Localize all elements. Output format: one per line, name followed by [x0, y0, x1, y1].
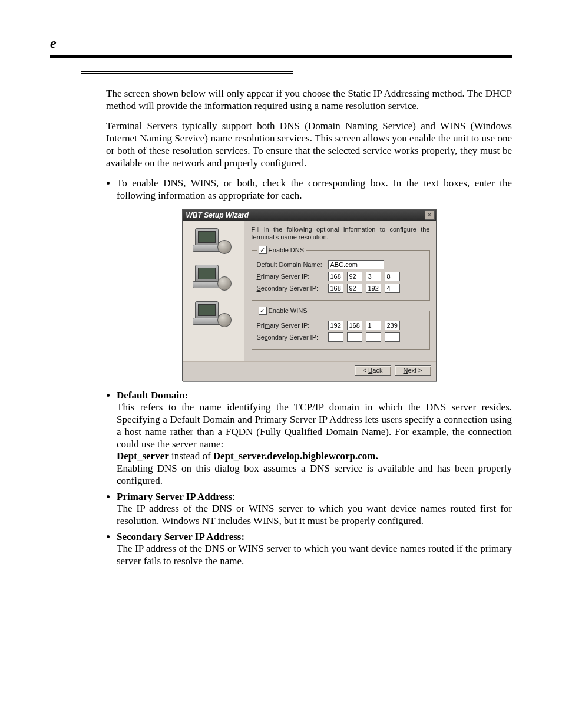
wins-primary-label: Primary Server IP:	[257, 322, 325, 330]
close-icon[interactable]: ×	[425, 210, 435, 220]
default-domain-input[interactable]	[328, 260, 384, 269]
dialog-title: WBT Setup Wizard	[186, 211, 249, 220]
rule	[50, 57, 512, 58]
wins-secondary-label: Secondary Server IP:	[257, 334, 325, 341]
computer-icon	[193, 300, 234, 330]
instruction-bullet: To enable DNS, WINS, or both, check the …	[117, 177, 512, 202]
wizard-instruction: Fill in the following optional informati…	[252, 226, 430, 241]
dns-secondary-octet[interactable]	[328, 284, 343, 293]
checkbox-icon: ✓	[259, 307, 267, 315]
wbt-setup-wizard-dialog: WBT Setup Wizard × Fill in the follo	[182, 209, 437, 381]
default-domain-label: Default Domain Name:	[257, 261, 325, 269]
checkbox-icon: ✓	[259, 246, 267, 254]
wins-primary-octet[interactable]	[385, 321, 400, 330]
dns-secondary-octet[interactable]	[385, 284, 400, 293]
rule	[81, 73, 293, 74]
back-button[interactable]: < Back	[355, 365, 391, 375]
dns-secondary-octet[interactable]	[347, 284, 362, 293]
rule	[50, 55, 512, 57]
dialog-titlebar[interactable]: WBT Setup Wizard ×	[183, 210, 436, 221]
definition-item: Secondary Server IP Address: The IP addr…	[117, 531, 512, 568]
definition-item: Primary Server IP Address: The IP addres…	[117, 491, 512, 528]
wins-secondary-octet[interactable]	[366, 332, 381, 342]
rule	[81, 71, 293, 72]
wizard-side-graphic	[183, 221, 244, 361]
wins-primary-octet[interactable]	[347, 321, 362, 330]
wins-primary-octet[interactable]	[328, 321, 343, 330]
computer-icon	[193, 227, 234, 256]
wins-primary-octet[interactable]	[366, 321, 381, 330]
enable-wins-checkbox[interactable]: ✓ Enable WINS	[257, 307, 309, 315]
computer-icon	[193, 263, 234, 293]
enable-dns-group: ✓ Enable DNS Default Domain Name: Primar…	[252, 246, 430, 301]
dns-primary-octet[interactable]	[347, 272, 362, 281]
next-button[interactable]: Next >	[395, 365, 431, 375]
wins-secondary-octet[interactable]	[385, 332, 400, 342]
page-header-letter: e	[50, 35, 512, 51]
wins-secondary-octet[interactable]	[347, 332, 362, 342]
dns-secondary-label: Secondary Server IP:	[257, 285, 325, 292]
definition-item: Default Domain: This refers to the name …	[117, 390, 512, 487]
dns-primary-octet[interactable]	[366, 272, 381, 281]
dns-primary-label: Primary Server IP:	[257, 273, 325, 281]
dns-secondary-octet[interactable]	[366, 284, 381, 293]
dns-primary-octet[interactable]	[328, 272, 343, 281]
intro-paragraph: The screen shown below will only appear …	[106, 88, 512, 112]
enable-wins-group: ✓ Enable WINS Primary Server IP: Seconda…	[252, 307, 430, 350]
dns-primary-octet[interactable]	[385, 272, 400, 281]
enable-dns-checkbox[interactable]: ✓ Enable DNS	[257, 246, 306, 254]
intro-paragraph: Terminal Servers typically support both …	[106, 120, 512, 169]
wins-secondary-octet[interactable]	[328, 332, 343, 342]
